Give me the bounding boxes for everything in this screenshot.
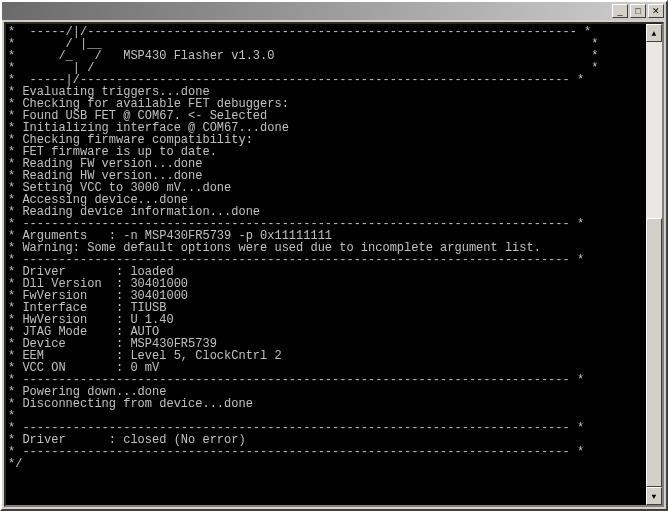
maximize-icon: □ <box>635 6 640 16</box>
separator-line: * --------------------------------------… <box>8 445 584 459</box>
maximize-button[interactable]: □ <box>630 4 646 18</box>
scroll-thumb[interactable] <box>646 218 662 487</box>
close-icon: ✕ <box>652 6 660 16</box>
end-line: */ <box>8 457 22 471</box>
vertical-scrollbar[interactable]: ▲ ▼ <box>646 24 662 505</box>
minimize-icon: _ <box>617 6 622 16</box>
client-area: * -----/|/------------------------------… <box>4 22 664 507</box>
chevron-down-icon: ▼ <box>652 492 657 501</box>
close-button[interactable]: ✕ <box>648 4 664 18</box>
titlebar: _ □ ✕ <box>2 2 666 20</box>
app-window: _ □ ✕ * -----/|/------------------------… <box>0 0 668 511</box>
minimize-button[interactable]: _ <box>612 4 628 18</box>
scroll-up-button[interactable]: ▲ <box>646 24 662 42</box>
scroll-down-button[interactable]: ▼ <box>646 487 662 505</box>
chevron-up-icon: ▲ <box>652 29 657 38</box>
terminal-output: * -----/|/------------------------------… <box>6 24 646 505</box>
scroll-track[interactable] <box>646 42 662 487</box>
